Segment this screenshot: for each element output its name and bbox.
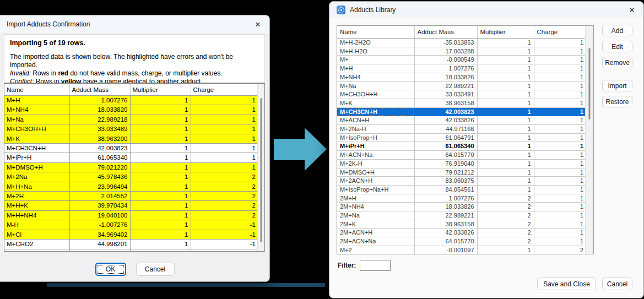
cell-charge[interactable]: 1 <box>534 133 586 142</box>
table-row[interactable]: M+H-2H2O-35.01385311 <box>337 39 586 47</box>
cell-multiplier[interactable]: 1 <box>477 99 534 107</box>
table-row[interactable]: M+CHO244.9982011-1 <box>4 240 258 249</box>
cell-charge[interactable]: 1 <box>534 220 586 229</box>
cell-charge[interactable]: 1 <box>191 134 258 143</box>
table-row[interactable]: 2M+Na22.98922121 <box>337 211 586 220</box>
cell-charge[interactable]: 1 <box>534 73 586 81</box>
cancel-button[interactable]: Cancel <box>602 278 632 290</box>
cell-name[interactable]: M+H <box>4 96 69 105</box>
cell-name[interactable]: 2M+NH4 <box>337 203 414 211</box>
scrollbar-thumb[interactable] <box>589 48 591 119</box>
cell-mass[interactable]: 42.033826 <box>414 116 477 125</box>
table-row[interactable]: M+2-0.00109712 <box>337 246 586 254</box>
cell-multiplier[interactable]: 1 <box>130 192 191 201</box>
cell-mass[interactable]: 1.007276 <box>414 64 477 73</box>
table-row[interactable]: M+IsoProp+Na+H84.05456111 <box>337 185 586 194</box>
cell-multiplier[interactable]: 2 <box>477 194 534 203</box>
save-and-close-button[interactable]: Save and Close <box>537 278 596 290</box>
cell-charge[interactable]: 1 <box>534 81 586 90</box>
cell-multiplier[interactable]: 1 <box>477 90 534 99</box>
table-row[interactable]: M+2H2.01455212 <box>4 192 258 201</box>
table-row[interactable]: 2M+ACN+Na64.01577021 <box>337 237 586 246</box>
table-row[interactable]: M+NH418.03382611 <box>337 73 586 81</box>
cell-name[interactable]: M+IsoProp+H <box>337 133 414 142</box>
table-row[interactable]: M+CH3OH+H33.03349111 <box>337 90 586 99</box>
cell-mass[interactable]: -17.003288 <box>414 47 477 56</box>
cell-name[interactable]: M+K <box>4 134 69 143</box>
table-row[interactable]: M+H1.00727611 <box>4 96 258 105</box>
cell-name[interactable]: M+2Na-H <box>337 125 414 134</box>
cell-multiplier[interactable]: 2 <box>477 237 534 246</box>
cell-charge[interactable]: -1 <box>191 240 258 249</box>
cell-charge[interactable]: 1 <box>191 144 258 153</box>
cell-multiplier[interactable]: 1 <box>130 153 191 162</box>
cell-name[interactable]: M+H+Na <box>4 182 69 191</box>
cell-name[interactable]: M+IsoProp+Na+H <box>337 185 414 194</box>
table-row[interactable]: M+CH3CN+H42.00382311 <box>4 144 258 153</box>
table-row[interactable]: M+ACN+Na64.01577011 <box>337 151 586 160</box>
cell-mass[interactable]: 22.989218 <box>69 115 130 124</box>
table-row[interactable]: M+H+Na23.99649412 <box>4 182 258 191</box>
cell-mass[interactable]: 83.060375 <box>414 177 477 186</box>
cell-name[interactable]: 2M+Na <box>337 211 414 220</box>
cell-mass[interactable]: 33.033489 <box>69 124 130 134</box>
cell-name[interactable]: M+Cl <box>4 230 69 239</box>
cell-mass[interactable]: 22.989221 <box>414 211 477 220</box>
cell-name[interactable]: M-H <box>4 220 69 230</box>
close-icon[interactable]: ✕ <box>253 19 263 29</box>
cell-mass[interactable]: 1.007276 <box>69 96 130 105</box>
cell-name[interactable]: M+NH4 <box>4 105 69 115</box>
cell-multiplier[interactable]: 1 <box>477 56 534 64</box>
cell-mass[interactable]: 38.963200 <box>69 134 130 143</box>
cell-charge[interactable]: 1 <box>534 64 586 73</box>
cell-name[interactable]: M+ACN+Na <box>337 151 414 160</box>
cell-name[interactable]: M+H-2H2O <box>337 39 414 47</box>
column-header-name[interactable]: Name <box>4 84 69 96</box>
cell-name[interactable]: M+DMSO+H <box>337 168 414 177</box>
cell-name[interactable]: M+NH4 <box>337 73 414 81</box>
cell-mass[interactable]: 84.054561 <box>414 185 477 194</box>
cell-charge[interactable]: 1 <box>534 168 586 177</box>
cell-name[interactable]: M+iPr+H <box>337 142 414 151</box>
cell-multiplier[interactable]: 1 <box>477 142 534 151</box>
cell-charge[interactable]: 1 <box>191 105 258 115</box>
table-row[interactable]: M+NH418.03382011 <box>4 105 258 115</box>
cell-multiplier[interactable]: 1 <box>477 116 534 125</box>
cell-charge[interactable]: 1 <box>534 39 586 47</box>
cell-charge[interactable]: 1 <box>534 203 586 211</box>
cell-name[interactable]: 2M+H <box>337 194 414 203</box>
cell-name[interactable]: M+ <box>337 56 414 64</box>
cell-charge[interactable]: 1 <box>534 125 586 134</box>
table-row[interactable]: M+H1.00727611 <box>337 64 586 73</box>
cell-multiplier[interactable]: 1 <box>130 240 191 249</box>
cell-mass[interactable]: 18.033826 <box>414 203 477 211</box>
table-row[interactable]: M+Cl34.9694021-1 <box>4 230 258 239</box>
table-row[interactable]: M+CH3CO259.0138511-1 <box>4 249 258 252</box>
filter-input[interactable] <box>360 260 391 271</box>
cell-charge[interactable]: 1 <box>191 115 258 124</box>
cell-charge[interactable]: 2 <box>191 172 258 182</box>
cancel-button[interactable]: Cancel <box>136 263 175 276</box>
cell-charge[interactable]: 2 <box>191 182 258 191</box>
cell-mass[interactable]: 79.021220 <box>69 162 130 172</box>
cell-charge[interactable]: 1 <box>191 96 258 105</box>
table-row[interactable]: M+H+NH419.04010012 <box>4 210 258 220</box>
cell-charge[interactable]: 1 <box>534 142 586 151</box>
cell-multiplier[interactable]: 1 <box>477 133 534 142</box>
cell-multiplier[interactable]: 1 <box>477 185 534 194</box>
cell-name[interactable]: M+CH3CN+H <box>337 107 414 116</box>
cell-name[interactable]: M+iPr+H <box>4 153 69 162</box>
cell-mass[interactable]: -35.013853 <box>414 39 477 47</box>
cell-name[interactable]: M+H+NH4 <box>4 210 69 220</box>
column-header-adduct-mass[interactable]: Adduct Mass <box>69 84 130 96</box>
column-header-charge[interactable]: Charge <box>534 26 586 39</box>
cell-charge[interactable]: 1 <box>534 90 586 99</box>
cell-multiplier[interactable]: 2 <box>477 229 534 237</box>
table-row[interactable]: M+2K-H76.91904011 <box>337 159 586 168</box>
cell-name[interactable]: M+H-H2O <box>337 47 414 56</box>
cell-name[interactable]: 2M+K <box>337 220 414 229</box>
cell-charge[interactable]: 1 <box>534 194 586 203</box>
cell-mass[interactable]: 61.065340 <box>69 153 130 162</box>
cell-mass[interactable]: 44.998201 <box>69 240 130 249</box>
cell-multiplier[interactable]: 1 <box>130 201 191 210</box>
